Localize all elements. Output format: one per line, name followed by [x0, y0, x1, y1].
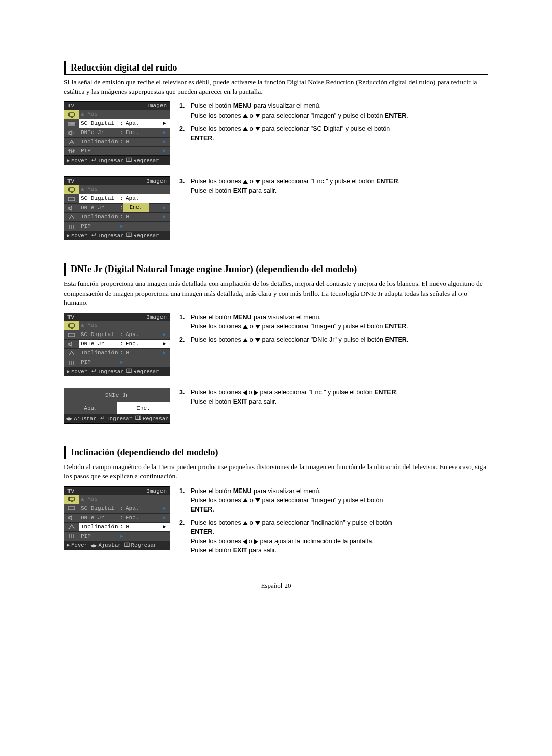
svg-rect-14: [127, 369, 131, 372]
setup-icon: [64, 358, 79, 367]
menu-item: Inclinación:0▶: [79, 348, 170, 358]
menu-item: PIP▶: [79, 146, 170, 155]
picture-icon: [64, 110, 79, 119]
svg-rect-11: [127, 233, 131, 237]
menu-item: Inclinación:0▶: [79, 212, 170, 221]
picture-icon: [64, 321, 79, 330]
input-icon: [64, 119, 79, 128]
section-dnie: DNIe Jr (Digital Natural Image engine Ju…: [64, 263, 488, 424]
intro-text: Si la señal de emisión que recibe el tel…: [64, 78, 488, 96]
svg-rect-3: [71, 123, 72, 124]
svg-rect-13: [68, 333, 75, 337]
step-text: Pulse los botones o para seleccionar "En…: [191, 176, 488, 195]
footer-regresar: Regresar: [126, 157, 159, 164]
svg-rect-16: [69, 497, 74, 501]
channel-icon: [64, 212, 79, 221]
footer-mover: ♦Mover: [66, 157, 87, 164]
step-text: Pulse los botones o para seleccionar "In…: [191, 518, 488, 555]
sound-icon: [64, 128, 79, 137]
svg-rect-17: [68, 507, 75, 510]
menu-item: Inclinación:0▶: [79, 522, 170, 531]
picture-icon: [64, 185, 79, 194]
setup-icon: [64, 221, 79, 231]
footer-ingresar: Ingresar: [90, 157, 123, 164]
menu-item: Inclinación:0▶: [79, 137, 170, 146]
channel-icon: [64, 137, 79, 146]
menu-item: SC Digital:Apa.▶: [79, 504, 170, 513]
sound-icon: [64, 513, 79, 522]
intro-text: Debido al campo magnético de la Tierra p…: [64, 462, 488, 481]
section-title: Reducción digital del ruido: [64, 61, 488, 75]
osd-menu: TVImagen ▲ Más SC Digital:Apa.▶ DNIe Jr:…: [64, 101, 170, 165]
input-icon: [64, 194, 79, 203]
menu-item: PIP▶: [79, 221, 170, 231]
step-text: Pulse el botón MENU para visualizar el m…: [191, 486, 488, 514]
menu-item: DNIe Jr:Enc.▶: [79, 513, 170, 522]
section-inclinacion: Inclinación (dependiendo del modelo) Deb…: [64, 446, 488, 559]
section-title: Inclinación (dependiendo del modelo): [64, 446, 488, 459]
step-text: Pulse los botones o para seleccionar "DN…: [191, 335, 488, 344]
intro-text: Esta función proporciona una imagen más …: [64, 279, 488, 307]
sound-icon: [64, 203, 79, 212]
section-title: DNIe Jr (Digital Natural Image engine Ju…: [64, 263, 488, 276]
svg-rect-0: [69, 113, 74, 116]
menu-item: PIP▶: [79, 531, 170, 541]
step-text: Pulse el botón MENU para visualizar el m…: [191, 313, 488, 331]
option-apa: Apa.: [64, 402, 117, 414]
svg-rect-2: [70, 123, 71, 124]
page-footer: Español-20: [64, 582, 488, 590]
setup-icon: [64, 531, 79, 541]
sound-icon: [64, 339, 79, 348]
step-text: Pulse los botones o para seleccionar "En…: [191, 388, 488, 406]
menu-item: SC Digital:Apa.▶: [79, 330, 170, 339]
submenu-title: DNIe Jr: [64, 388, 170, 402]
osd-menu: TVImagen ▲ Más SC Digital:Apa.Enc. DNIe …: [64, 176, 170, 240]
section-reduccion: Reducción digital del ruido Si la señal …: [64, 61, 488, 240]
channel-icon: [64, 522, 79, 531]
svg-rect-15: [136, 416, 141, 419]
menu-item: DNIe Jr:Enc.▶: [79, 128, 170, 137]
menu-item: PIP▶: [79, 358, 170, 367]
svg-rect-8: [127, 158, 131, 162]
svg-rect-18: [125, 543, 129, 546]
step-text: Pulse los botones o para seleccionar "SC…: [191, 124, 488, 143]
osd-menu: TVImagen ▲ Más SC Digital:Apa.▶ DNIe Jr:…: [64, 313, 170, 376]
setup-icon: [64, 146, 79, 155]
svg-rect-9: [69, 188, 74, 191]
input-icon: [64, 330, 79, 339]
menu-item: SC Digital:Apa.▶: [79, 119, 170, 128]
svg-rect-10: [68, 197, 75, 201]
input-icon: [64, 504, 79, 513]
menu-item: SC Digital:Apa.Enc.: [79, 194, 170, 203]
option-enc: Enc.: [117, 402, 170, 414]
step-text: Pulse el botón MENU para visualizar el m…: [191, 101, 488, 120]
svg-rect-4: [73, 123, 74, 124]
svg-rect-12: [69, 324, 74, 327]
menu-title: Imagen: [82, 103, 167, 109]
osd-menu: TVImagen ▲ Más SC Digital:Apa.▶ DNIe Jr:…: [64, 486, 170, 550]
osd-submenu: DNIe Jr Apa. Enc. ◀▶Ajustar Ingresar Reg…: [64, 388, 170, 424]
channel-icon: [64, 348, 79, 358]
picture-icon: [64, 495, 79, 504]
tv-label: TV: [67, 103, 82, 109]
menu-item: DNIe Jr:Enc.▶: [79, 339, 170, 348]
